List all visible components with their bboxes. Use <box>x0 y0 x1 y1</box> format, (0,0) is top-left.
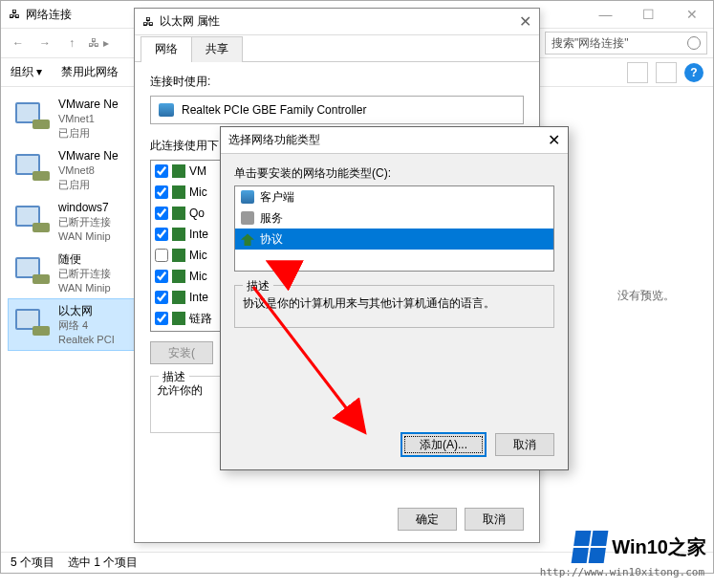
install-button[interactable]: 安装( <box>150 341 213 364</box>
component-label: VM <box>189 164 206 178</box>
watermark-url: http://www.win10xitong.com <box>540 566 704 578</box>
props-cancel-button[interactable]: 取消 <box>465 508 524 531</box>
component-icon <box>172 270 185 283</box>
seltype-title: 选择网络功能类型 <box>228 132 320 148</box>
nic-icon <box>12 200 51 238</box>
component-icon <box>172 312 185 325</box>
windows-logo-icon <box>572 531 609 563</box>
component-icon <box>172 164 185 178</box>
up-button[interactable]: ↑ <box>60 32 83 54</box>
seltype-description-group: 描述 协议是你的计算机用来与其他计算机通信的语言。 <box>234 285 554 328</box>
component-label: Inte <box>189 228 208 241</box>
maximize-button[interactable]: ☐ <box>627 1 670 28</box>
component-label: 链路 <box>189 311 212 327</box>
tab-sharing[interactable]: 共享 <box>191 36 243 62</box>
disable-device-button[interactable]: 禁用此网络 <box>61 64 119 80</box>
seltype-body: 单击要安装的网络功能类型(C): 客户端服务协议 描述 协议是你的计算机用来与其… <box>221 154 568 339</box>
adapter-icon <box>159 103 174 117</box>
organize-menu[interactable]: 组织 ▾ <box>11 64 42 80</box>
component-checkbox[interactable] <box>155 207 168 220</box>
connect-using-label: 连接时使用: <box>150 74 524 90</box>
seltype-titlebar: 选择网络功能类型 ✕ <box>221 127 568 154</box>
component-checkbox[interactable] <box>155 270 168 283</box>
props-icon: 🖧 <box>142 15 154 29</box>
network-icon: 🖧 <box>9 8 20 21</box>
feature-type-row[interactable]: 服务 <box>235 207 553 229</box>
breadcrumb-icon[interactable]: 🖧 ▸ <box>87 32 110 54</box>
nic-icon <box>12 303 51 341</box>
component-icon <box>172 249 185 262</box>
watermark-text: Win10之家 <box>612 534 706 560</box>
minimize-button[interactable]: — <box>584 1 627 28</box>
props-title: 以太网 属性 <box>160 13 220 30</box>
component-checkbox[interactable] <box>155 164 168 178</box>
seltype-desc-title: 描述 <box>243 278 273 294</box>
search-placeholder: 搜索"网络连接" <box>552 35 629 52</box>
seltype-list-label: 单击要安装的网络功能类型(C): <box>234 165 554 182</box>
search-input[interactable]: 搜索"网络连接" <box>545 32 707 54</box>
feature-type-label: 服务 <box>260 210 283 227</box>
watermark-logo: Win10之家 <box>573 531 706 563</box>
nic-icon <box>12 97 51 135</box>
feature-type-label: 客户端 <box>260 189 294 206</box>
component-label: Mic <box>189 249 207 262</box>
props-close-button[interactable]: ✕ <box>519 12 531 31</box>
nic-icon <box>12 148 51 186</box>
component-icon <box>172 207 185 220</box>
feature-type-row[interactable]: 协议 <box>235 229 553 250</box>
description-title: 描述 <box>159 369 189 385</box>
seltype-cancel-button[interactable]: 取消 <box>495 433 554 456</box>
component-checkbox[interactable] <box>155 249 168 262</box>
component-checkbox[interactable] <box>155 312 168 325</box>
seltype-desc-text: 协议是你的计算机用来与其他计算机通信的语言。 <box>243 295 546 312</box>
component-icon <box>172 291 185 304</box>
feature-type-icon <box>241 211 254 225</box>
component-checkbox[interactable] <box>155 228 168 241</box>
forward-button[interactable]: → <box>33 32 56 54</box>
select-feature-type-dialog: 选择网络功能类型 ✕ 单击要安装的网络功能类型(C): 客户端服务协议 描述 协… <box>220 126 569 470</box>
feature-type-row[interactable]: 客户端 <box>235 186 553 207</box>
adapter-box[interactable]: Realtek PCIe GBE Family Controller <box>150 96 524 124</box>
props-ok-button[interactable]: 确定 <box>398 508 457 531</box>
tab-network[interactable]: 网络 <box>141 36 192 62</box>
component-label: Mic <box>189 185 207 199</box>
component-label: Mic <box>189 270 207 283</box>
props-titlebar: 🖧 以太网 属性 ✕ <box>135 9 539 35</box>
view-button-1[interactable] <box>627 62 648 83</box>
preview-pane: 没有预览。 <box>589 288 703 304</box>
props-tabs: 网络 共享 <box>135 35 539 62</box>
feature-type-icon <box>241 232 254 246</box>
feature-type-icon <box>241 190 254 204</box>
status-count: 5 个项目 <box>11 555 54 571</box>
help-button[interactable]: ? <box>684 63 703 82</box>
component-icon <box>172 228 185 241</box>
view-button-2[interactable] <box>656 62 677 83</box>
component-label: Inte <box>189 291 208 304</box>
close-button[interactable]: ✕ <box>670 1 713 28</box>
component-checkbox[interactable] <box>155 291 168 304</box>
nic-icon <box>12 251 51 290</box>
feature-type-label: 协议 <box>260 231 283 248</box>
back-button[interactable]: ← <box>7 32 30 54</box>
component-icon <box>172 185 185 199</box>
seltype-close-button[interactable]: ✕ <box>548 131 560 149</box>
component-checkbox[interactable] <box>155 185 168 199</box>
explorer-title: 网络连接 <box>26 7 72 23</box>
component-label: Qo <box>189 207 205 220</box>
window-buttons: — ☐ ✕ <box>584 1 713 28</box>
add-button[interactable]: 添加(A)... <box>401 433 486 456</box>
adapter-name: Realtek PCIe GBE Family Controller <box>182 103 366 117</box>
status-selected: 选中 1 个项目 <box>68 555 138 571</box>
feature-type-list[interactable]: 客户端服务协议 <box>234 185 554 272</box>
